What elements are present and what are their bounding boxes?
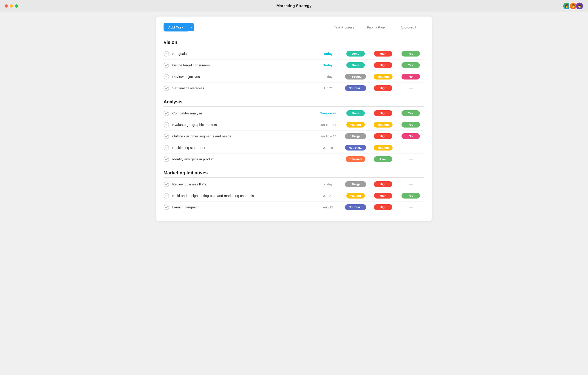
task-priority-badge[interactable]: High — [369, 85, 397, 91]
task-progress-badge[interactable]: Not Star... — [342, 204, 369, 210]
progress-badge-label: Waiting — [346, 122, 365, 128]
task-name: Review business KPIs — [172, 182, 314, 186]
task-priority-badge[interactable]: Medium — [369, 145, 397, 150]
task-check-icon[interactable] — [164, 86, 169, 91]
section-analysis: AnalysisCompetitor analysisTomorrowDoneH… — [164, 96, 424, 165]
task-row[interactable]: Competitor analysisTomorrowDoneHighYes — [164, 107, 424, 119]
approved-badge-label: No — [401, 74, 420, 79]
section-vision: VisionSet goalsTodayDoneHighYesDefine ta… — [164, 36, 424, 94]
task-priority-badge[interactable]: High — [369, 204, 397, 210]
task-check-icon[interactable] — [164, 133, 169, 139]
task-row[interactable]: Identify any gaps in productDeferredLow— — [164, 153, 424, 165]
task-row[interactable]: Evaluate geographic marketsJun 10 – 14Wa… — [164, 119, 424, 130]
task-approved-badge[interactable]: Yes — [397, 62, 424, 68]
task-approved-badge[interactable]: — — [397, 205, 424, 210]
task-check-icon[interactable] — [164, 122, 169, 128]
priority-badge-label: Medium — [374, 122, 392, 128]
task-name: Identify any gaps in product — [172, 157, 314, 161]
progress-badge-label: In Progr... — [345, 181, 366, 187]
task-approved-badge[interactable]: Yes — [397, 51, 424, 56]
task-check-icon[interactable] — [164, 182, 169, 187]
minimize-button[interactable] — [10, 4, 13, 8]
task-badges: In Progr...MediumNo — [342, 74, 424, 79]
task-row[interactable]: Positioning statementJun 19Not Star...Me… — [164, 142, 424, 153]
task-check-icon[interactable] — [164, 204, 169, 210]
task-approved-badge[interactable]: — — [397, 157, 424, 161]
task-progress-badge[interactable]: Done — [342, 62, 369, 68]
maximize-button[interactable] — [15, 4, 18, 8]
sections-container: VisionSet goalsTodayDoneHighYesDefine ta… — [164, 36, 424, 213]
task-progress-badge[interactable]: Not Star... — [342, 85, 369, 91]
task-priority-badge[interactable]: High — [369, 133, 397, 139]
approved-empty: — — [401, 205, 420, 210]
task-name: Set goals — [172, 52, 314, 56]
task-priority-badge[interactable]: High — [369, 181, 397, 187]
task-approved-badge[interactable]: No — [397, 74, 424, 79]
task-check-icon[interactable] — [164, 193, 169, 199]
task-row[interactable]: Outline customer segments and needsJun 1… — [164, 130, 424, 142]
task-row[interactable]: Define target consumersTodayDoneHighYes — [164, 60, 424, 71]
task-approved-badge[interactable]: — — [397, 182, 424, 187]
progress-badge-label: Waiting — [346, 193, 365, 199]
task-name: Define target consumers — [172, 63, 314, 67]
task-name: Positioning statement — [172, 146, 314, 150]
task-date: Jun 10 – 14 — [314, 123, 342, 127]
task-row[interactable]: Launch campaignAug 12Not Star...High— — [164, 202, 424, 213]
task-name: Build and design testing plan and market… — [172, 194, 314, 198]
avatar-3[interactable]: 👦 — [576, 2, 583, 10]
task-date: Friday — [314, 75, 342, 79]
add-task-dropdown-button[interactable]: ▾ — [188, 23, 194, 31]
task-row[interactable]: Build and design testing plan and market… — [164, 190, 424, 202]
close-button[interactable] — [5, 4, 8, 8]
task-row[interactable]: Set final deliverablesJun 21Not Star...H… — [164, 83, 424, 94]
task-progress-badge[interactable]: In Progr... — [342, 181, 369, 187]
approved-badge-label: Yes — [401, 62, 420, 68]
task-priority-badge[interactable]: High — [369, 51, 397, 56]
task-check-icon[interactable] — [164, 74, 169, 79]
priority-badge-label: High — [374, 62, 392, 68]
task-priority-badge[interactable]: Medium — [369, 122, 397, 128]
task-check-icon[interactable] — [164, 51, 169, 56]
task-date: Jun 10 – 14 — [314, 134, 342, 138]
task-date: Friday — [314, 182, 342, 186]
task-approved-badge[interactable]: Yes — [397, 110, 424, 116]
approved-badge-label: No — [401, 133, 420, 139]
task-progress-badge[interactable]: Waiting — [342, 193, 369, 199]
task-approved-badge[interactable]: Yes — [397, 193, 424, 199]
task-priority-badge[interactable]: High — [369, 193, 397, 199]
task-priority-badge[interactable]: High — [369, 62, 397, 68]
task-row[interactable]: Review business KPIsFridayIn Progr...Hig… — [164, 179, 424, 190]
task-progress-badge[interactable]: Done — [342, 51, 369, 56]
task-badges: In Progr...High— — [342, 181, 424, 187]
chevron-down-icon: ▾ — [190, 25, 192, 29]
task-progress-badge[interactable]: Done — [342, 110, 369, 116]
task-priority-badge[interactable]: Low — [369, 156, 397, 162]
task-approved-badge[interactable]: — — [397, 145, 424, 150]
task-check-icon[interactable] — [164, 145, 169, 150]
task-progress-badge[interactable]: Deferred — [342, 156, 369, 162]
task-name: Competitor analysis — [172, 111, 314, 115]
task-badges: DeferredLow— — [342, 156, 424, 162]
task-priority-badge[interactable]: High — [369, 110, 397, 116]
progress-badge-label: Done — [346, 51, 365, 56]
add-task-button[interactable]: Add Task — [164, 23, 188, 32]
task-progress-badge[interactable]: In Progr... — [342, 74, 369, 79]
task-check-icon[interactable] — [164, 110, 169, 116]
task-check-icon[interactable] — [164, 157, 169, 162]
section-title-analysis: Analysis — [164, 99, 182, 105]
task-badges: DoneHighYes — [342, 62, 424, 68]
progress-badge-label: Done — [346, 110, 365, 116]
task-row[interactable]: Set goalsTodayDoneHighYes — [164, 48, 424, 60]
task-check-icon[interactable] — [164, 63, 169, 68]
task-name: Review objectives — [172, 75, 314, 79]
progress-badge-label: In Progr... — [345, 133, 366, 139]
task-progress-badge[interactable]: In Progr... — [342, 133, 369, 139]
task-approved-badge[interactable]: — — [397, 86, 424, 91]
task-approved-badge[interactable]: No — [397, 133, 424, 139]
task-progress-badge[interactable]: Waiting — [342, 122, 369, 128]
task-approved-badge[interactable]: Yes — [397, 122, 424, 128]
task-progress-badge[interactable]: Not Star... — [342, 145, 369, 150]
task-priority-badge[interactable]: Medium — [369, 74, 397, 79]
approved-empty: — — [401, 157, 420, 161]
task-row[interactable]: Review objectivesFridayIn Progr...Medium… — [164, 71, 424, 83]
